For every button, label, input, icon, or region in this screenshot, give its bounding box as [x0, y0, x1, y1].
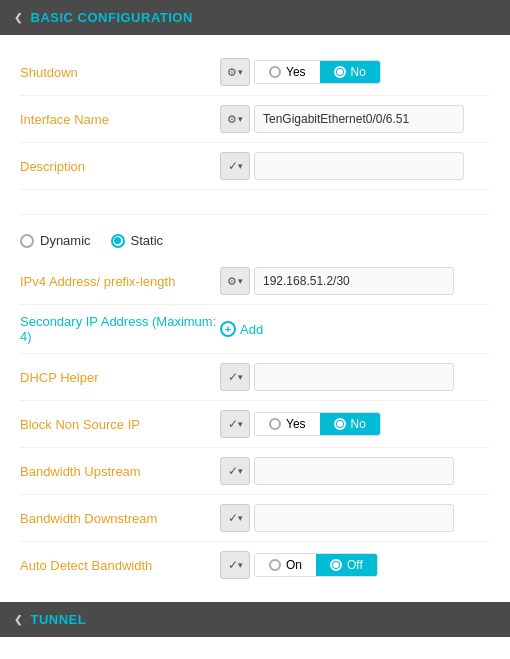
auto-detect-row: Auto Detect Bandwidth ✓ On Off [20, 542, 490, 588]
auto-detect-icon-btn[interactable]: ✓ [220, 551, 250, 579]
block-toggle-group: Yes No [254, 412, 381, 436]
interface-name-input[interactable] [254, 105, 464, 133]
auto-detect-on-radio [269, 559, 281, 571]
dhcp-helper-control: ✓ [220, 363, 490, 391]
auto-detect-label: Auto Detect Bandwidth [20, 558, 220, 573]
add-secondary-ip-btn[interactable]: + Add [220, 321, 263, 337]
basic-config-title: BASIC CONFIGURATION [31, 10, 193, 25]
divider [20, 214, 490, 215]
bandwidth-upstream-input[interactable] [254, 457, 454, 485]
block-no-label: No [351, 417, 366, 431]
description-label: Description [20, 159, 220, 174]
interface-name-row: Interface Name ⚙ [20, 96, 490, 143]
interface-name-control: ⚙ [220, 105, 490, 133]
check-icon-3: ✓ [228, 417, 238, 431]
auto-detect-on-btn[interactable]: On [255, 554, 316, 576]
block-no-radio [334, 418, 346, 430]
dynamic-option[interactable]: Dynamic [20, 233, 91, 248]
block-non-source-row: Block Non Source IP ✓ Yes No [20, 401, 490, 448]
shutdown-label: Shutdown [20, 65, 220, 80]
check-icon-4: ✓ [228, 464, 238, 478]
description-row: Description ✓ [20, 143, 490, 190]
description-icon-btn[interactable]: ✓ [220, 152, 250, 180]
check-icon-6: ✓ [228, 558, 238, 572]
gear-icon-2: ⚙ [227, 113, 237, 126]
ipv4-input[interactable] [254, 267, 454, 295]
add-circle-icon: + [220, 321, 236, 337]
tunnel-header: ❮ TUNNEL [0, 602, 510, 637]
ipv4-row: IPv4 Address/ prefix-length ⚙ [20, 258, 490, 305]
block-no-btn[interactable]: No [320, 413, 380, 435]
shutdown-control: ⚙ Yes No [220, 58, 490, 86]
shutdown-no-btn[interactable]: No [320, 61, 380, 83]
dynamic-label: Dynamic [40, 233, 91, 248]
dynamic-radio [20, 234, 34, 248]
tunnel-title: TUNNEL [31, 612, 87, 627]
basic-config-header: ❮ BASIC CONFIGURATION [0, 0, 510, 35]
interface-name-label: Interface Name [20, 112, 220, 127]
static-label: Static [131, 233, 164, 248]
static-option[interactable]: Static [111, 233, 164, 248]
shutdown-yes-radio [269, 66, 281, 78]
shutdown-no-label: No [351, 65, 366, 79]
secondary-ip-row: Secondary IP Address (Maximum: 4) + Add [20, 305, 490, 354]
gear-icon: ⚙ [227, 66, 237, 79]
bandwidth-downstream-row: Bandwidth Downstream ✓ [20, 495, 490, 542]
bw-down-icon-btn[interactable]: ✓ [220, 504, 250, 532]
check-icon-5: ✓ [228, 511, 238, 525]
static-radio [111, 234, 125, 248]
shutdown-toggle-group: Yes No [254, 60, 381, 84]
gear-icon-3: ⚙ [227, 275, 237, 288]
block-icon-btn[interactable]: ✓ [220, 410, 250, 438]
bandwidth-upstream-row: Bandwidth Upstream ✓ [20, 448, 490, 495]
bandwidth-upstream-label: Bandwidth Upstream [20, 464, 220, 479]
auto-detect-toggle-group: On Off [254, 553, 378, 577]
shutdown-icon-btn[interactable]: ⚙ [220, 58, 250, 86]
tunnel-chevron-icon[interactable]: ❮ [14, 614, 23, 625]
description-input[interactable] [254, 152, 464, 180]
dhcp-helper-input[interactable] [254, 363, 454, 391]
dhcp-helper-row: DHCP Helper ✓ [20, 354, 490, 401]
ipv4-control: ⚙ [220, 267, 490, 295]
auto-detect-control: ✓ On Off [220, 551, 490, 579]
dhcp-helper-label: DHCP Helper [20, 370, 220, 385]
interface-icon-btn[interactable]: ⚙ [220, 105, 250, 133]
tunnel-interface-row: Tunnel Interface ✓ On Off [20, 651, 490, 659]
auto-detect-on-label: On [286, 558, 302, 572]
ipv4-label: IPv4 Address/ prefix-length [20, 274, 220, 289]
shutdown-yes-label: Yes [286, 65, 306, 79]
description-control: ✓ [220, 152, 490, 180]
secondary-ip-label: Secondary IP Address (Maximum: 4) [20, 314, 220, 344]
block-yes-radio [269, 418, 281, 430]
chevron-icon[interactable]: ❮ [14, 12, 23, 23]
shutdown-yes-btn[interactable]: Yes [255, 61, 320, 83]
basic-config-body: Shutdown ⚙ Yes No Interface Name ⚙ [0, 35, 510, 602]
bandwidth-downstream-label: Bandwidth Downstream [20, 511, 220, 526]
dhcp-icon-btn[interactable]: ✓ [220, 363, 250, 391]
add-label: Add [240, 322, 263, 337]
shutdown-no-radio [334, 66, 346, 78]
block-yes-btn[interactable]: Yes [255, 413, 320, 435]
auto-detect-off-btn[interactable]: Off [316, 554, 377, 576]
block-non-source-label: Block Non Source IP [20, 417, 220, 432]
block-yes-label: Yes [286, 417, 306, 431]
check-icon: ✓ [228, 159, 238, 173]
check-icon-2: ✓ [228, 370, 238, 384]
ipv4-icon-btn[interactable]: ⚙ [220, 267, 250, 295]
auto-detect-off-radio [330, 559, 342, 571]
ip-mode-row: Dynamic Static [20, 221, 490, 258]
tunnel-body: Tunnel Interface ✓ On Off [0, 637, 510, 659]
bandwidth-downstream-input[interactable] [254, 504, 454, 532]
bandwidth-downstream-control: ✓ [220, 504, 490, 532]
shutdown-row: Shutdown ⚙ Yes No [20, 49, 490, 96]
bw-up-icon-btn[interactable]: ✓ [220, 457, 250, 485]
bandwidth-upstream-control: ✓ [220, 457, 490, 485]
auto-detect-off-label: Off [347, 558, 363, 572]
block-non-source-control: ✓ Yes No [220, 410, 490, 438]
